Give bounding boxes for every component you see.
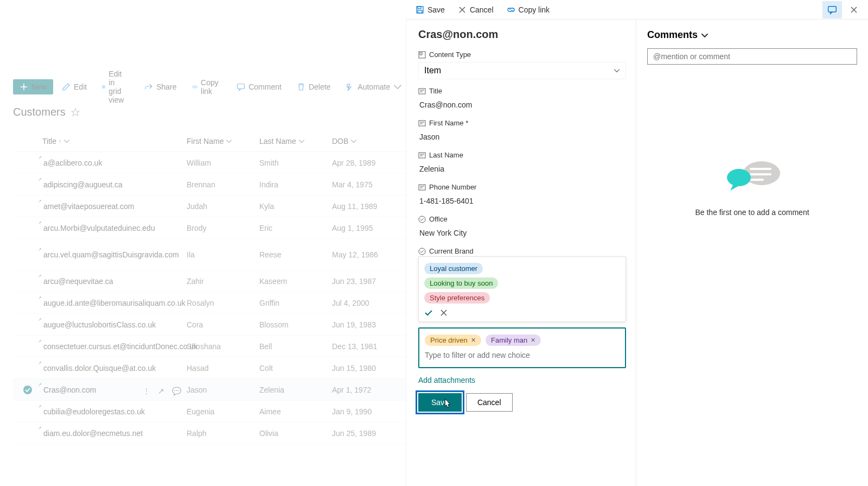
flow-icon <box>346 83 354 91</box>
tag-price[interactable]: Price driven✕ <box>425 334 481 346</box>
cell-first: Brody <box>187 224 259 232</box>
new-button[interactable]: New <box>13 79 53 94</box>
cell-title[interactable]: diam.eu.dolor@necmetus.net <box>42 429 187 438</box>
table-row[interactable]: augue@luctuslobortisClass.co.ukCoraBloss… <box>13 314 406 336</box>
table-row[interactable]: augue.id.ante@liberomaurisaliquam.co.ukR… <box>13 292 406 314</box>
cell-title[interactable]: arcu@nequevitae.ca <box>42 277 187 286</box>
cell-first: Zahir <box>187 277 259 286</box>
table-row[interactable]: Cras@non.com⋮↗💬JasonZeleniaApr 1, 1972 <box>13 379 406 401</box>
choice-option-looking[interactable]: Looking to buy soon <box>424 277 498 289</box>
lastname-field[interactable]: Zelenia <box>418 162 626 175</box>
edit-panel: Cras@non.com Content Type Item Title Cra… <box>406 20 636 486</box>
share-button[interactable]: Share <box>138 79 183 94</box>
grid-icon <box>102 83 105 91</box>
svg-rect-2 <box>418 10 422 13</box>
cell-last: Olivia <box>259 429 332 438</box>
comments-panel: Comments Be the first one to add a comme… <box>636 20 868 486</box>
edit-button[interactable]: Edit <box>55 79 93 94</box>
save-button[interactable]: Save <box>410 3 450 16</box>
cell-title[interactable]: Cras@non.com⋮↗💬 <box>42 386 187 394</box>
title-field[interactable]: Cras@non.com <box>418 98 626 111</box>
remove-tag-icon[interactable]: ✕ <box>531 337 535 344</box>
phone-field[interactable]: 1-481-185-6401 <box>418 194 626 207</box>
col-first[interactable]: First Name <box>187 137 259 146</box>
firstname-field[interactable]: Jason <box>418 130 626 143</box>
table-row[interactable]: consectetuer.cursus.et@tinciduntDonec.co… <box>13 336 406 357</box>
table-row[interactable]: arcu@nequevitae.caZahirKaseemJun 23, 198… <box>13 270 406 292</box>
table-row[interactable]: adipiscing@augueut.caBrennanIndiraMar 4,… <box>13 174 406 195</box>
choice-icon <box>418 248 426 255</box>
chevron-down-icon <box>614 67 620 74</box>
table-row[interactable]: a@aclibero.co.ukWilliamSmithApr 28, 1989 <box>13 152 406 174</box>
table-row[interactable]: arcu.vel.quam@sagittisDuisgravida.comIla… <box>13 239 406 270</box>
row-comment-icon[interactable]: 💬 <box>172 387 181 395</box>
comments-toggle-button[interactable] <box>822 1 842 18</box>
edit-label: Edit <box>74 83 87 91</box>
row-share-icon[interactable]: ↗ <box>158 387 164 395</box>
share-label: Share <box>156 83 176 91</box>
close-panel-button[interactable] <box>844 1 864 18</box>
comment-label: Comment <box>248 83 282 91</box>
col-title[interactable]: Title↑ <box>42 137 187 146</box>
svg-rect-37 <box>750 173 771 175</box>
cell-last: Colt <box>259 364 332 373</box>
svg-point-39 <box>727 169 751 186</box>
tag-filter-input[interactable] <box>424 348 621 363</box>
cancel-button[interactable]: Cancel <box>452 3 499 16</box>
choice-option-style[interactable]: Style preferences <box>424 292 490 304</box>
firstname-label: First Name * <box>429 119 468 127</box>
cell-title[interactable]: arcu.Morbi@vulputateduinec.edu <box>42 224 187 232</box>
copylink-button[interactable]: Copy link <box>501 3 556 16</box>
cell-title[interactable]: consectetuer.cursus.et@tinciduntDonec.co… <box>42 342 187 351</box>
cell-title[interactable]: cubilia@eudoloregestas.co.uk <box>42 407 187 416</box>
choice-icon <box>418 216 426 223</box>
office-field[interactable]: New York City <box>418 226 626 239</box>
table-row[interactable]: arcu.Morbi@vulputateduinec.eduBrodyEricA… <box>13 217 406 239</box>
table-row[interactable]: diam.eu.dolor@necmetus.netRalphOliviaJun… <box>13 422 406 444</box>
cell-title[interactable]: augue@luctuslobortisClass.co.uk <box>42 320 187 329</box>
cell-title[interactable]: adipiscing@augueut.ca <box>42 180 187 189</box>
choice-option-loyal[interactable]: Loyal customer <box>424 263 483 274</box>
svg-rect-25 <box>419 153 425 158</box>
tag-family[interactable]: Family man✕ <box>486 334 541 346</box>
chevron-down-icon[interactable] <box>701 31 709 39</box>
tags-input[interactable]: Price driven✕ Family man✕ <box>418 327 626 368</box>
form-cancel-button[interactable]: Cancel <box>466 393 513 412</box>
col-last[interactable]: Last Name <box>259 137 332 146</box>
dismiss-icon[interactable] <box>439 308 448 317</box>
chevron-down-icon <box>350 138 357 144</box>
close-icon <box>458 5 467 14</box>
remove-tag-icon[interactable]: ✕ <box>471 337 476 344</box>
copylink-label: Copy link <box>519 5 550 14</box>
comment-button[interactable]: Comment <box>230 79 288 94</box>
grid-edit-button[interactable]: Edit in grid view <box>95 66 136 108</box>
link-icon <box>192 83 198 91</box>
close-icon <box>850 5 858 14</box>
grid-label: Edit in grid view <box>108 70 129 104</box>
cell-title[interactable]: a@aclibero.co.uk <box>42 159 187 167</box>
text-icon <box>418 184 426 191</box>
table-row[interactable]: amet@vitaeposuereat.comJudahKylaAug 11, … <box>13 195 406 217</box>
row-more-icon[interactable]: ⋮ <box>143 387 150 395</box>
delete-button[interactable]: Delete <box>290 79 337 94</box>
contenttype-select[interactable]: Item <box>418 62 626 79</box>
form-save-button[interactable]: Save <box>418 393 462 412</box>
svg-rect-10 <box>103 86 105 89</box>
comment-input[interactable] <box>647 48 857 65</box>
trash-icon <box>297 83 305 91</box>
add-attachments-link[interactable]: Add attachments <box>418 376 626 384</box>
list-copylink-button[interactable]: Copy link <box>186 75 228 99</box>
svg-rect-28 <box>419 185 425 190</box>
cell-title[interactable]: augue.id.ante@liberomaurisaliquam.co.uk <box>42 299 187 307</box>
phone-label: Phone Number <box>429 183 476 191</box>
star-icon[interactable] <box>71 108 80 117</box>
cell-title[interactable]: convallis.dolor.Quisque@at.co.uk <box>42 364 187 373</box>
cell-title[interactable]: amet@vitaeposuereat.com <box>42 202 187 211</box>
cell-last: Kaseem <box>259 277 332 286</box>
table-row[interactable]: convallis.dolor.Quisque@at.co.ukHasadCol… <box>13 357 406 379</box>
automate-button[interactable]: Automate <box>339 79 409 94</box>
confirm-icon[interactable] <box>424 308 433 317</box>
table-row[interactable]: cubilia@eudoloregestas.co.ukEugeniaAimee… <box>13 401 406 422</box>
contenttype-label: Content Type <box>429 51 471 59</box>
cell-title[interactable]: arcu.vel.quam@sagittisDuisgravida.com <box>42 250 187 259</box>
